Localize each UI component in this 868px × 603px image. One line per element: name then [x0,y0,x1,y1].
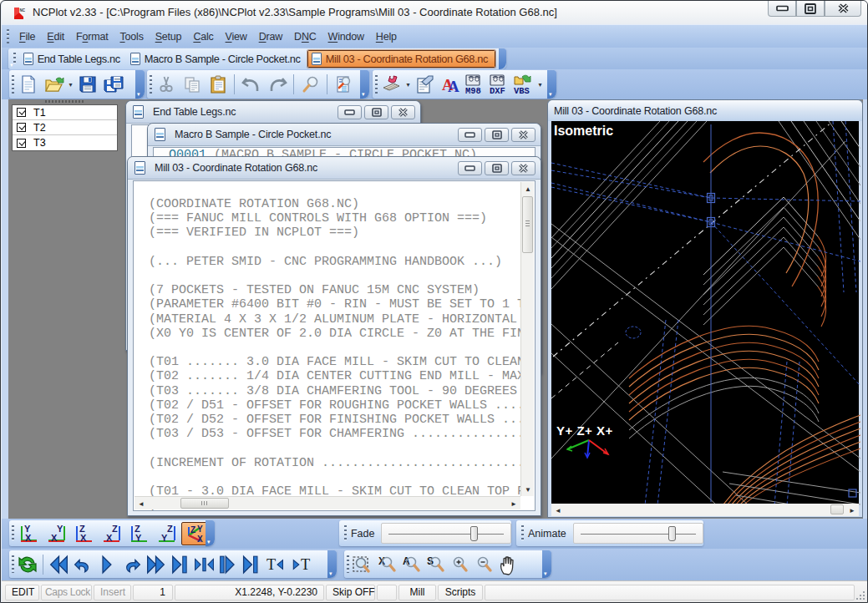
svg-text:DXF: DXF [490,86,505,95]
svg-text:Y: Y [197,524,203,534]
svg-text:Y: Y [161,533,168,543]
svg-text:T: T [300,556,309,573]
svg-text:A: A [448,78,459,94]
svg-text:Y+ Z+ X+: Y+ Z+ X+ [556,423,613,438]
svg-text:Z: Z [190,525,195,535]
svg-text:X: X [106,533,113,543]
svg-text:Z: Z [112,524,118,534]
svg-text:NC: NC [20,8,26,13]
svg-text:Z: Z [167,524,173,534]
svg-text:Y: Y [135,533,142,543]
svg-text:X: X [25,533,32,543]
svg-text:X: X [51,533,58,543]
svg-text:T: T [266,556,276,573]
svg-text:X: X [80,533,87,543]
svg-text:M98: M98 [465,86,481,95]
svg-text:Y: Y [57,524,63,534]
svg-text:X: X [197,535,203,544]
svg-text:Isometric: Isometric [554,124,613,138]
svg-text:VBS: VBS [514,86,530,95]
